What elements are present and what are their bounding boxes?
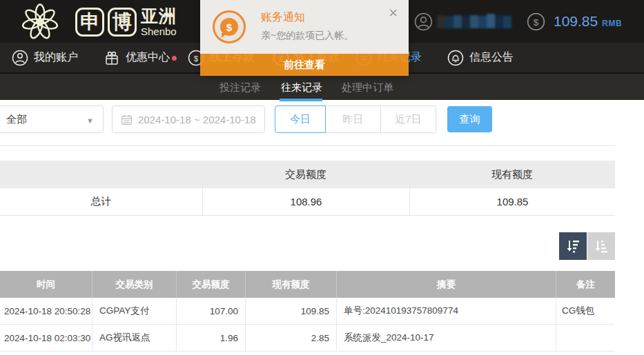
tab-bet-records[interactable]: 投注记录 — [219, 74, 261, 101]
notification-dot — [172, 56, 177, 61]
cell-note — [556, 325, 615, 351]
sort-descending-icon — [565, 239, 580, 254]
quick-date-group: 今日 昨日 近7日 — [275, 105, 436, 133]
cell-time: 2024-10-18 20:50:28 — [0, 298, 92, 324]
transaction-records-page: 申 博 亚洲 Shenbo — [0, 0, 644, 355]
svg-text:$: $ — [194, 54, 198, 62]
col-header-time: 时间 — [0, 271, 92, 298]
notification-title: 账务通知 — [261, 10, 305, 25]
col-header-type: 交易类别 — [92, 271, 176, 298]
account-notification-popup: $ 账务通知 亲~您的款项已入帐。 × 前往查看 — [200, 0, 409, 76]
balance-dollar-icon: $ — [527, 12, 545, 31]
cell-summary: 单号:202410193757809774 — [336, 298, 556, 324]
col-header-note: 备注 — [556, 271, 615, 298]
cell-type: AG视讯返点 — [92, 325, 176, 351]
summary-trade-total: 108.96 — [202, 188, 409, 216]
balance-amount: 109.85 — [554, 13, 598, 30]
bell-icon — [447, 50, 464, 66]
date-range-input[interactable]: 2024-10-18 ~ 2024-10-18 — [112, 105, 265, 133]
user-area: $ 109.85 RMB — [414, 0, 622, 43]
brand-latin: Shenbo — [141, 26, 177, 37]
tab-pending-orders[interactable]: 处理中订单 — [342, 74, 393, 101]
sort-buttons — [559, 232, 615, 260]
notification-message: 亲~您的款项已入帐。 — [261, 30, 353, 42]
notification-body: $ 账务通知 亲~您的款项已入帐。 × — [200, 0, 409, 54]
active-tab-underline — [280, 99, 322, 101]
summary-header-balance: 现有额度 — [409, 168, 615, 181]
quick-btn-last7days[interactable]: 近7日 — [381, 105, 436, 133]
search-button[interactable]: 查询 — [447, 106, 492, 132]
censored-username — [437, 14, 511, 30]
tab-transfer-records[interactable]: 往来记录 — [281, 74, 322, 101]
summary-total-row: 总计 108.96 109.85 — [0, 188, 615, 216]
table-header-row: 时间 交易类别 交易额度 现有额度 摘要 备注 — [0, 271, 615, 298]
calendar-icon — [121, 114, 133, 125]
user-avatar-icon[interactable] — [414, 12, 433, 31]
summary-total-label: 总计 — [0, 195, 202, 208]
nav-item-announcements[interactable]: 信息公告 — [447, 43, 514, 72]
col-header-summary: 摘要 — [336, 271, 556, 298]
money-message-icon: $ — [213, 10, 246, 43]
nav-label: 优惠中心 — [126, 50, 170, 65]
records-table: 时间 交易类别 交易额度 现有额度 摘要 备注 2024-10-18 20:50… — [0, 271, 615, 352]
table-row: 2024-10-18 02:03:30 AG视讯返点 1.96 2.85 系统派… — [0, 325, 615, 352]
cell-amount: 107.00 — [176, 298, 245, 324]
go-view-button[interactable]: 前往查看 — [200, 54, 409, 76]
user-icon — [12, 50, 28, 66]
flower-logo-icon — [8, 1, 72, 43]
table-row: 2024-10-18 20:50:28 CGPAY支付 107.00 109.8… — [0, 298, 615, 325]
nav-item-my-account[interactable]: 我的账户 — [12, 43, 78, 72]
quick-btn-today[interactable]: 今日 — [275, 105, 326, 133]
summary-header-trade: 交易额度 — [202, 168, 409, 181]
section-divider — [0, 145, 615, 146]
balance-group[interactable]: $ 109.85 RMB — [527, 12, 622, 31]
cell-balance: 109.85 — [245, 298, 336, 324]
balance-currency: RMB — [602, 19, 622, 28]
brand-logo[interactable]: 申 博 亚洲 Shenbo — [8, 1, 177, 43]
type-select-value: 全部 — [6, 113, 27, 126]
quick-btn-yesterday[interactable]: 昨日 — [326, 105, 381, 133]
cell-balance: 2.85 — [245, 325, 336, 351]
filter-row: 全部 ▼ 2024-10-18 ~ 2024-10-18 今日 昨日 近7日 查… — [0, 105, 644, 133]
date-range-value: 2024-10-18 ~ 2024-10-18 — [138, 114, 256, 125]
sort-descending-button[interactable] — [559, 232, 587, 260]
brand-region: 亚洲 — [141, 8, 177, 25]
summary-balance-total: 109.85 — [409, 188, 615, 216]
svg-text:$: $ — [534, 17, 539, 27]
cell-amount: 1.96 — [176, 325, 245, 351]
sort-ascending-icon — [594, 239, 609, 254]
summary-header-row: 交易额度 现有额度 — [0, 161, 615, 188]
nav-item-promotions[interactable]: 优惠中心 — [104, 43, 170, 72]
record-tabs: 投注记录 往来记录 处理中订单 — [0, 72, 644, 100]
col-header-amount: 交易额度 — [176, 271, 245, 298]
chevron-down-icon: ▼ — [86, 116, 94, 125]
nav-label: 信息公告 — [469, 50, 514, 65]
type-select[interactable]: 全部 ▼ — [0, 105, 104, 133]
col-header-balance: 现有额度 — [245, 271, 336, 298]
close-icon[interactable]: × — [389, 6, 398, 21]
sort-ascending-button[interactable] — [587, 232, 615, 260]
cell-summary: 系统派发_2024-10-17 — [336, 325, 556, 351]
brand-char-2: 博 — [108, 8, 137, 37]
cell-type: CGPAY支付 — [92, 298, 176, 324]
cell-time: 2024-10-18 02:03:30 — [0, 325, 92, 351]
summary-table: 交易额度 现有额度 总计 108.96 109.85 — [0, 161, 615, 216]
nav-label: 我的账户 — [34, 50, 78, 65]
brand-char-1: 申 — [75, 8, 104, 37]
cell-note: CG钱包 — [556, 298, 615, 324]
gift-icon — [104, 50, 120, 66]
